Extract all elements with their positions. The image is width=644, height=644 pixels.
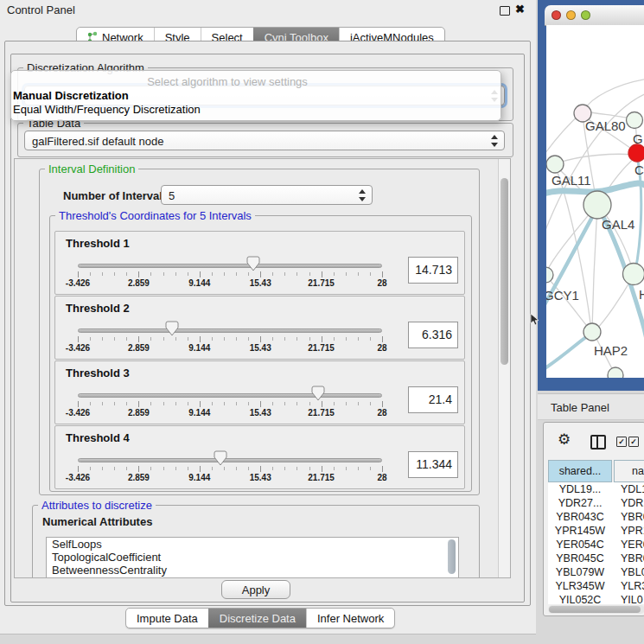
- table-row[interactable]: YDR27...YDR2: [548, 496, 644, 510]
- table-row[interactable]: YLR345WYLR3: [548, 579, 644, 593]
- slider-tick: [188, 272, 188, 276]
- slider-tick-label: 15.43: [239, 408, 282, 418]
- numerical-attributes-list[interactable]: SelfLoopsTopologicalCoefficientBetweenne…: [46, 537, 459, 578]
- threshold-slider-thumb[interactable]: [165, 321, 179, 336]
- slider-tick: [346, 467, 347, 470]
- threshold-label: Threshold 4: [66, 431, 130, 444]
- attributes-list-scrollbar[interactable]: [448, 539, 456, 574]
- algorithm-popup: Select algorithm to view settings Manual…: [10, 70, 501, 121]
- slider-tick: [309, 272, 310, 276]
- slider-tick: [163, 467, 164, 470]
- tab-discretize-data[interactable]: Discretize Data: [208, 609, 306, 628]
- algorithm-option[interactable]: Equal Width/Frequency Discretization: [13, 103, 201, 116]
- slider-tick: [78, 271, 79, 277]
- slider-tick: [284, 402, 285, 405]
- slider-tick: [284, 467, 285, 470]
- slider-tick: [334, 272, 335, 276]
- numerical-attributes-heading: Numerical Attributes: [42, 515, 152, 528]
- slider-tick: [188, 337, 188, 341]
- slider-tick: [224, 402, 225, 405]
- slider-tick: [224, 272, 225, 276]
- table-row[interactable]: YBL079WYBL0: [548, 565, 644, 579]
- slider-tick: [126, 337, 127, 341]
- attribute-list-item[interactable]: BetweennessCentrality: [47, 564, 458, 577]
- network-node[interactable]: [546, 156, 564, 173]
- slider-tick: [296, 337, 297, 341]
- close-icon[interactable]: ✖: [515, 3, 525, 16]
- table-column-header[interactable]: shared...: [548, 460, 612, 482]
- network-node[interactable]: [627, 112, 643, 129]
- network-node[interactable]: [628, 144, 644, 162]
- threshold-value-field[interactable]: 6.316: [408, 322, 458, 348]
- network-node[interactable]: [546, 267, 553, 283]
- threshold-slider-track[interactable]: [78, 458, 382, 462]
- threshold-slider-track[interactable]: [78, 393, 382, 398]
- table-row[interactable]: YER054CYER0: [548, 538, 644, 552]
- table-column-header[interactable]: na: [614, 460, 644, 482]
- table-row[interactable]: YIL052CYIL0: [548, 593, 644, 604]
- table-row[interactable]: YBR045CYBR0: [548, 552, 644, 565]
- slider-tick: [78, 466, 79, 472]
- table-cell: YBR045C: [548, 552, 612, 565]
- window-title: Control Panel: [7, 3, 75, 16]
- network-node[interactable]: [583, 323, 601, 341]
- threshold-value-field[interactable]: 14.713: [408, 257, 458, 284]
- attribute-list-item[interactable]: SelfLoops: [47, 538, 458, 551]
- threshold-value-field[interactable]: 21.4: [408, 386, 458, 413]
- slider-tick: [248, 337, 249, 341]
- number-of-intervals-combobox[interactable]: 5: [161, 185, 373, 205]
- threshold-slider-track[interactable]: [78, 264, 382, 268]
- algorithm-option[interactable]: Manual Discretization: [13, 89, 129, 102]
- settings-vscroll-track[interactable]: [498, 159, 511, 577]
- threshold-slider-thumb[interactable]: [311, 386, 325, 401]
- threshold-slider-thumb[interactable]: [214, 450, 227, 466]
- table-hscroll-thumb[interactable]: [549, 606, 641, 613]
- float-window-icon[interactable]: [500, 6, 510, 16]
- threshold-slider-thumb[interactable]: [246, 256, 260, 271]
- slider-tick: [272, 402, 273, 405]
- gear-icon[interactable]: ⚙: [558, 432, 571, 447]
- slider-tick-label: 2.859: [117, 408, 160, 418]
- column-layout-icon[interactable]: [590, 435, 606, 450]
- threshold-value-field[interactable]: 11.344: [408, 451, 458, 478]
- number-of-intervals-label: Number of Intervals: [63, 189, 169, 202]
- network-canvas[interactable]: GAL80GCGAL11GAL4GCY1HHAP2: [546, 25, 644, 378]
- slider-tick: [296, 467, 297, 470]
- slider-tick: [309, 467, 310, 470]
- settings-vscroll-thumb[interactable]: [501, 178, 508, 365]
- network-node[interactable]: [583, 191, 611, 219]
- slider-tick: [382, 336, 383, 342]
- slider-tick: [138, 466, 139, 472]
- table-hscrollbar[interactable]: [548, 605, 644, 614]
- network-node[interactable]: [623, 264, 644, 285]
- slider-tick: [90, 272, 91, 276]
- slider-tick: [114, 402, 115, 405]
- slider-tick: [358, 402, 359, 405]
- slider-tick: [90, 467, 91, 470]
- network-graph: GAL80GCGAL11GAL4GCY1HHAP2: [546, 25, 644, 378]
- slider-tick: [138, 336, 139, 342]
- table-cell: YER054C: [548, 538, 612, 552]
- checkbox-icon[interactable]: ✓: [616, 437, 627, 447]
- apply-button[interactable]: Apply: [221, 580, 290, 599]
- network-node[interactable]: [608, 367, 623, 378]
- zoom-traffic-light[interactable]: [581, 10, 590, 20]
- tab-impute-data[interactable]: Impute Data: [126, 609, 208, 628]
- attribute-list-item[interactable]: TopologicalCoefficient: [47, 551, 458, 564]
- minimize-traffic-light[interactable]: [566, 10, 576, 20]
- table-cell: YIL052C: [548, 593, 612, 604]
- table-row[interactable]: YBR043CYBR0: [548, 510, 644, 524]
- table-row[interactable]: YDL19...YDL1: [548, 482, 644, 496]
- slider-tick: [296, 272, 297, 276]
- checkbox-icon[interactable]: ✓: [628, 437, 639, 447]
- slider-tick: [248, 467, 249, 470]
- interval-definition-title: Interval Definition: [45, 163, 138, 175]
- tab-infer-network[interactable]: Infer Network: [306, 609, 394, 628]
- table-row[interactable]: YPR145WYPR1: [548, 524, 644, 538]
- threshold-slider-track[interactable]: [78, 328, 382, 333]
- slider-tick-label: 9.144: [178, 343, 221, 353]
- slider-tick: [200, 336, 201, 342]
- table-data-combobox[interactable]: galFiltered.sif default node: [24, 131, 505, 150]
- slider-tick: [309, 337, 310, 341]
- close-traffic-light[interactable]: [552, 10, 561, 20]
